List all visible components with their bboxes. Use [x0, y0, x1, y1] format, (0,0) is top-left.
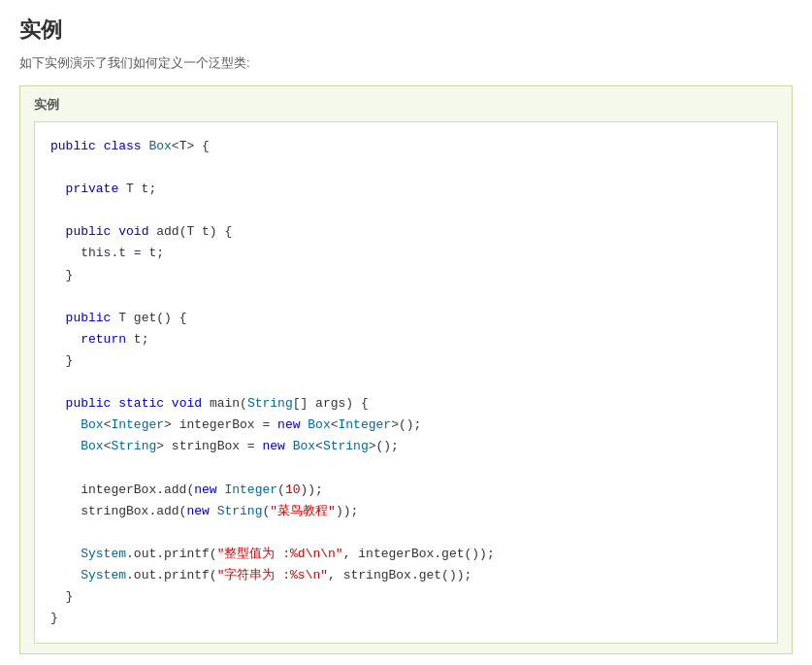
example-box: 实例 public class Box<T> { private T t; pu…	[19, 85, 793, 654]
page-subtitle: 如下实例演示了我们如何定义一个泛型类:	[19, 54, 793, 72]
example-label: 实例	[34, 96, 778, 114]
page-title: 实例	[19, 16, 793, 45]
page-wrapper: 实例 如下实例演示了我们如何定义一个泛型类: 实例 public class B…	[0, 0, 812, 665]
code-block: public class Box<T> { private T t; publi…	[34, 121, 778, 644]
